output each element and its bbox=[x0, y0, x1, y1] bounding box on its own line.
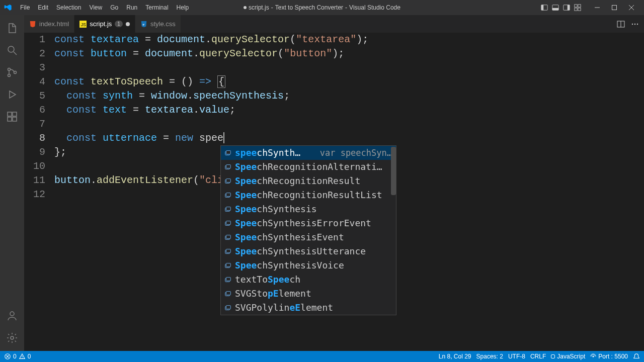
menu-view[interactable]: View bbox=[85, 2, 106, 13]
symbol-icon bbox=[224, 290, 232, 298]
accounts-icon[interactable] bbox=[5, 309, 19, 323]
maximize-button[interactable] bbox=[606, 0, 623, 15]
menu-selection[interactable]: Selection bbox=[52, 2, 85, 13]
symbol-icon bbox=[224, 163, 232, 171]
title-app: Visual Studio Code bbox=[349, 4, 400, 11]
run-debug-icon[interactable] bbox=[5, 87, 19, 102]
status-language[interactable]: JavaScript bbox=[551, 353, 585, 360]
code-line: const text = textarea.value; bbox=[54, 103, 644, 117]
explorer-icon[interactable] bbox=[5, 21, 19, 35]
tab-style-css[interactable]: #style.css bbox=[135, 15, 181, 33]
code-line: const button = document.querySelector("b… bbox=[54, 47, 644, 61]
line-number: 3 bbox=[24, 61, 45, 75]
menu-help[interactable]: Help bbox=[173, 2, 193, 13]
svg-rect-22 bbox=[13, 112, 17, 116]
layout-sidebar-right-icon[interactable] bbox=[562, 4, 571, 12]
tab-label: index.html bbox=[39, 20, 69, 28]
activity-bar bbox=[0, 15, 24, 351]
text-cursor bbox=[223, 132, 224, 143]
suggest-item[interactable]: SpeechRecognitionResult bbox=[221, 174, 396, 188]
suggest-item[interactable]: SVGStopElement bbox=[221, 287, 396, 301]
svg-rect-20 bbox=[8, 117, 12, 121]
layout-sidebar-left-icon[interactable] bbox=[540, 4, 548, 12]
tab-label: script.js bbox=[90, 20, 112, 28]
menu-file[interactable]: File bbox=[16, 2, 34, 13]
suggest-scrollbar[interactable] bbox=[391, 147, 396, 195]
symbol-icon bbox=[224, 233, 232, 241]
suggest-item[interactable]: textToSpeech bbox=[221, 273, 396, 287]
tab-label: style.css bbox=[150, 20, 176, 28]
suggest-detail: var speechSyn… bbox=[320, 146, 392, 160]
title-filename: script.js bbox=[249, 4, 269, 11]
symbol-icon bbox=[224, 219, 232, 227]
svg-rect-50 bbox=[226, 263, 231, 267]
source-control-icon[interactable] bbox=[5, 65, 19, 79]
search-icon[interactable] bbox=[5, 43, 19, 57]
suggest-item[interactable]: speechSynth…var speechSyn… bbox=[221, 146, 396, 160]
suggest-item[interactable]: SVGPolylineElement bbox=[221, 301, 396, 315]
menu-terminal[interactable]: Terminal bbox=[141, 2, 172, 13]
svg-line-15 bbox=[14, 52, 17, 55]
layout-panel-icon[interactable] bbox=[551, 4, 559, 12]
status-live-server[interactable]: Port : 5500 bbox=[590, 353, 628, 360]
line-number: 6 bbox=[24, 103, 45, 117]
tab-index-html[interactable]: index.html bbox=[24, 15, 74, 33]
svg-rect-54 bbox=[226, 292, 231, 295]
svg-rect-11 bbox=[612, 6, 617, 10]
svg-rect-3 bbox=[552, 8, 558, 10]
menu-run[interactable]: Run bbox=[122, 2, 141, 13]
svg-rect-21 bbox=[13, 117, 17, 121]
suggest-item[interactable]: SpeechSynthesisEvent bbox=[221, 230, 396, 244]
symbol-icon bbox=[224, 276, 232, 284]
svg-rect-38 bbox=[226, 179, 231, 183]
svg-point-14 bbox=[8, 46, 14, 52]
status-bar: 0 0 Ln 8, Col 29 Spaces: 2 UTF-8 CRLF Ja… bbox=[0, 351, 644, 362]
status-eol[interactable]: CRLF bbox=[530, 353, 546, 360]
line-number: 9 bbox=[24, 145, 45, 159]
line-number: 4 bbox=[24, 75, 45, 89]
svg-text:JS: JS bbox=[81, 22, 86, 27]
more-actions-icon[interactable] bbox=[631, 20, 639, 28]
svg-rect-9 bbox=[578, 8, 581, 11]
svg-rect-56 bbox=[226, 306, 231, 309]
status-encoding[interactable]: UTF-8 bbox=[508, 353, 525, 360]
menu-edit[interactable]: Edit bbox=[34, 2, 52, 13]
status-notifications-icon[interactable] bbox=[633, 353, 640, 360]
settings-gear-icon[interactable] bbox=[5, 331, 19, 345]
menu-go[interactable]: Go bbox=[106, 2, 122, 13]
status-indentation[interactable]: Spaces: 2 bbox=[476, 353, 503, 360]
line-number: 12 bbox=[24, 188, 45, 202]
tab-script-js[interactable]: JSscript.js1 bbox=[74, 15, 135, 33]
close-button[interactable] bbox=[623, 0, 640, 15]
minimize-button[interactable] bbox=[589, 0, 606, 15]
code-line: const textarea = document.querySelector(… bbox=[54, 33, 644, 47]
code-editor[interactable]: 123456789101112 const textarea = documen… bbox=[24, 33, 644, 351]
symbol-icon bbox=[224, 247, 232, 255]
extensions-icon[interactable] bbox=[5, 110, 19, 124]
tab-badge: 1 bbox=[115, 21, 123, 27]
svg-point-31 bbox=[634, 23, 635, 24]
symbol-icon bbox=[224, 304, 232, 312]
symbol-icon bbox=[224, 149, 232, 157]
svg-rect-52 bbox=[226, 278, 231, 281]
line-number: 11 bbox=[24, 173, 45, 188]
svg-point-30 bbox=[632, 23, 633, 24]
css-file-icon: # bbox=[140, 21, 147, 28]
svg-rect-44 bbox=[226, 221, 231, 225]
line-number: 10 bbox=[24, 159, 45, 173]
suggest-item[interactable]: SpeechSynthesisVoice bbox=[221, 258, 396, 273]
suggest-item[interactable]: SpeechRecognitionAlternati… bbox=[221, 160, 396, 174]
suggest-item[interactable]: SpeechSynthesisErrorEvent bbox=[221, 216, 396, 230]
code-line: const synth = window.speechSynthesis; bbox=[54, 89, 644, 103]
suggest-item[interactable]: SpeechSynthesis bbox=[221, 202, 396, 216]
svg-point-23 bbox=[10, 312, 14, 316]
status-cursor-position[interactable]: Ln 8, Col 29 bbox=[439, 353, 471, 360]
customize-layout-icon[interactable] bbox=[574, 4, 582, 12]
status-problems[interactable]: 0 0 bbox=[4, 353, 31, 360]
split-editor-icon[interactable] bbox=[617, 20, 625, 28]
intellisense-popup[interactable]: speechSynth…var speechSyn…SpeechRecognit… bbox=[220, 145, 396, 315]
title-bar: FileEditSelectionViewGoRunTerminalHelp s… bbox=[0, 0, 644, 15]
suggest-item[interactable]: SpeechRecognitionResultList bbox=[221, 188, 396, 202]
line-number: 2 bbox=[24, 47, 45, 61]
suggest-item[interactable]: SpeechSynthesisUtterance bbox=[221, 244, 396, 258]
